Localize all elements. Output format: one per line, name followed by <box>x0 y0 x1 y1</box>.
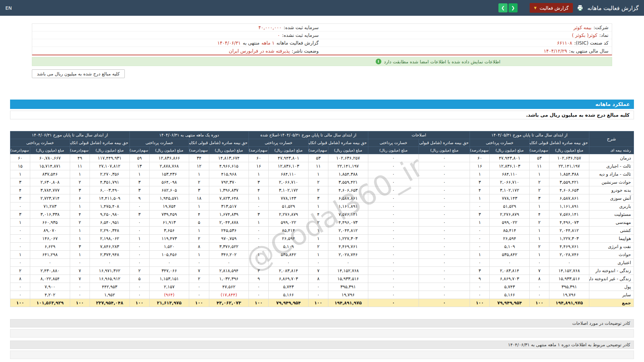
value-cell: ۱ <box>308 235 328 243</box>
value-cell: ۱۵,۹۳۳,۵۱۶ <box>328 275 368 283</box>
report-type-select[interactable]: گزارش فعالیت ▼ <box>530 3 573 13</box>
language-toggle[interactable]: EN <box>5 5 12 11</box>
table-row: زندگی - اندوخته دار۱۴,۱۵۲,۷۶۸۷۲,۰۸۳,۸۱۴۳… <box>10 267 634 275</box>
value-cell: ۵۹۹,۰۲۲ <box>269 219 309 227</box>
value-cell: ۷۳۹,۴۵۹ <box>149 210 189 219</box>
value-cell: ۲,۰۲۸,۷۴۶ <box>549 251 589 259</box>
monthly-performance-section-header: عملکرد ماهانه <box>10 100 634 109</box>
value-cell: ۷,۵۷۶,۱۴۱ <box>549 210 589 219</box>
header-amount: مبلغ (میلیون ریال) <box>269 147 309 154</box>
value-cell: ۰ <box>368 194 419 202</box>
insurance-line-name: ثالث - مازاد و دیه <box>589 170 634 178</box>
header-premium-issued: حق بیمه صادره (شامل قبولی اتکایی) <box>529 139 589 147</box>
value-cell: ۵۳۵,۸۴۲ <box>269 251 309 259</box>
value-cell: ۴ <box>10 186 30 194</box>
performance-table-body: درمان۱۰۲,۶۳۶,۲۵۷۵۳۴۷,۹۴۳,۸۰۱۶۰۰۰۱۰۲,۶۳۶,… <box>10 154 634 307</box>
value-cell: ۰ <box>419 178 470 186</box>
value-cell: ۷۹,۹۴۹,۹۵۴ <box>269 299 309 307</box>
value-cell: ۰ <box>419 283 470 291</box>
value-cell: ۱۴,۴۱۱,۵۰۹ <box>90 194 130 202</box>
header-claims-paid: خسارت پرداختی <box>249 139 309 147</box>
report-type-select-label: گزارش فعالیت <box>540 5 569 11</box>
value-cell: ۰ <box>368 283 419 291</box>
value-cell: ۵ <box>129 275 149 283</box>
comments-section: کادر توضیحات در مورد اصلاحات کادر توضیحی… <box>10 319 634 362</box>
value-cell: ۰ <box>368 291 419 299</box>
value-cell: ۰ <box>249 291 269 299</box>
value-cell: ۸ <box>10 275 30 283</box>
value-cell: ۳۴۶,۲۰۲ <box>209 251 249 259</box>
value-cell: ۶۰ <box>10 154 30 162</box>
value-cell: ۳,۰۱۶,۳۳۸ <box>30 210 70 219</box>
value-cell: ۷۹,۹۴۹,۹۵۴ <box>490 299 530 307</box>
nav-back-button[interactable]: ❮ <box>498 3 507 12</box>
value-cell: ۰ <box>529 291 549 299</box>
value-cell: ۴,۴۹۶,۰۷۳ <box>549 219 589 227</box>
value-cell: ۱۰۰ <box>470 299 490 307</box>
value-cell: ۱۶,۹۶۵,۹۱۲ <box>90 275 130 283</box>
value-cell: ۱ <box>189 202 209 210</box>
value-cell: ۲,۰۸۳,۸۱۴ <box>490 267 530 275</box>
insurance-line-name: ثالث - اجباری <box>589 162 634 170</box>
header-share: سهم(درصد) <box>70 147 90 154</box>
value-cell: ۲ <box>70 219 90 227</box>
value-cell: ۵۶۴,۰۹۸ <box>149 178 189 186</box>
nav-forward-button[interactable]: ❯ <box>508 3 518 12</box>
value-cell: ۴۱۵,۹۶۸ <box>209 170 249 178</box>
value-cell: ۱,۹۴۵,۵۷۱ <box>149 194 189 202</box>
value-cell: ۰ <box>368 251 419 259</box>
value-cell: ۳ <box>249 210 269 219</box>
symbol-link[interactable]: کوثر( بکوثر ) <box>572 33 597 38</box>
value-cell: ۲ <box>529 178 549 186</box>
value-cell: ۱,۸۵۴,۳۸۸ <box>549 170 589 178</box>
table-row: سایر۱۹,۷۹۶۰۵,۱۶۶۰۰۰۱۹,۷۹۶۰۵,۱۶۶۰(۱۷,۸۴۴)… <box>10 291 634 299</box>
value-cell: ۰ <box>529 283 549 291</box>
value-cell: ۴,۴۶۹,۷۶۱ <box>549 243 589 251</box>
value-cell: ۵۳ <box>308 154 328 162</box>
value-cell: ۰ <box>470 235 490 243</box>
value-cell: ۰ <box>419 219 470 227</box>
company-cell: شرکت: بیمه کوثر <box>322 24 612 31</box>
unregistered-capital-label: سرمایه ثبت نشده: <box>282 33 319 38</box>
value-cell: ۲ <box>529 186 549 194</box>
value-cell: ۰ <box>368 219 419 227</box>
value-cell: ۱۹,۷۵۴ <box>149 202 189 210</box>
table-row: حوادث سرنشین۳,۵۵۹,۴۲۱۲۲,۰۶۶,۷۱۰۳۰۰۳,۵۵۹,… <box>10 178 634 186</box>
insurance-line-name: زندگی - اندوخته دار <box>589 267 634 275</box>
value-cell: ۰ <box>368 259 419 267</box>
insurance-line-name: حوادث سرنشین <box>589 178 634 186</box>
value-cell: ۲ <box>308 219 328 227</box>
chevron-down-icon: ▼ <box>534 6 537 10</box>
value-cell: ۵۹۹,۰۲۲ <box>490 219 530 227</box>
value-cell: ۳ <box>129 186 149 194</box>
value-cell: ۵۳۵,۸۴۲ <box>490 251 530 259</box>
topbar: گزارش فعالیت ماهانه گزارش فعالیت ▼ ❯ ❮ E… <box>0 0 644 16</box>
value-cell: ۷ <box>529 267 549 275</box>
value-cell: ۱ <box>129 170 149 178</box>
value-cell: ۰ <box>249 235 269 243</box>
value-cell: ۶,۵۸۷,۸۶۱ <box>549 194 589 202</box>
value-cell: ۰ <box>419 210 470 219</box>
value-cell: ۱,۴۷۵,۴۰۸ <box>90 202 130 210</box>
company-name-link[interactable]: بیمه کوثر <box>574 25 592 30</box>
unregistered-capital-value: ۰ <box>277 33 280 38</box>
value-cell: ۰ <box>368 186 419 194</box>
value-cell: ۴,۶۰۶,۶۵۳ <box>328 186 368 194</box>
header-group-ytd-0631: از ابتدای سال مالی تا پایان مورخ ۱۴۰۴/۰۶… <box>10 131 130 139</box>
value-cell: ۰ <box>368 178 419 186</box>
value-cell: ۵,۱۶۶ <box>490 291 530 299</box>
value-cell: ۱۰۰ <box>70 299 90 307</box>
value-cell: ۳ <box>129 178 149 186</box>
value-cell: ۳ <box>70 243 90 251</box>
value-cell: ۴ <box>308 210 328 219</box>
value-cell: ۲,۷۲۳,۷۱۴ <box>30 194 70 202</box>
value-cell: ۰ <box>70 283 90 291</box>
insurance-line-name: کشتی <box>589 227 634 235</box>
print-icon[interactable] <box>577 5 583 11</box>
info-row: نماد: کوثر( بکوثر ) سرمایه ثبت نشده: ۰ <box>32 32 612 39</box>
value-cell: ۹۷۰,۷۵۹ <box>209 235 249 243</box>
value-cell: ۱۰۱,۵۶۳,۹۲۹ <box>30 299 70 307</box>
value-cell: ۲۲,۱۴۱,۱۹۷ <box>328 162 368 170</box>
value-cell: ۵۳ <box>529 154 549 162</box>
value-cell: ۱۰۰ <box>10 299 30 307</box>
